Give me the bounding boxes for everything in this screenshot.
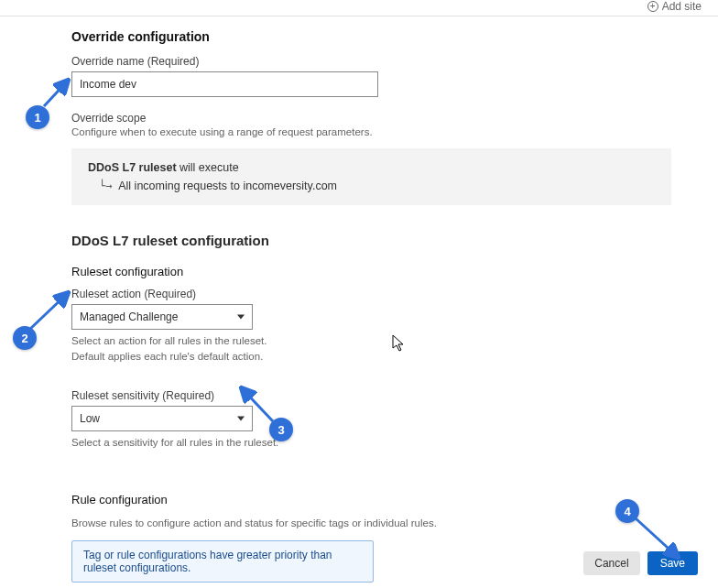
priority-info-banner: Tag or rule configurations have greater … [71, 540, 374, 583]
execution-ruleset-suffix: will execute [177, 161, 239, 174]
ruleset-action-help1: Select an action for all rules in the ru… [71, 333, 685, 349]
ruleset-action-label: Ruleset action (Required) [71, 288, 685, 300]
svg-line-3 [636, 518, 678, 557]
execution-summary-box: DDoS L7 ruleset will execute └→ All inco… [71, 148, 671, 205]
svg-line-2 [242, 388, 273, 421]
execution-requests-line: └→ All incoming requests to incomeversit… [88, 180, 655, 192]
ruleset-action-value: Managed Challenge [80, 310, 178, 323]
execution-requests-text: All incoming requests to incomeversity.c… [118, 180, 337, 192]
annotation-arrow-2 [26, 289, 73, 333]
execution-ruleset-name: DDoS L7 ruleset [88, 161, 177, 174]
add-site-label: Add site [662, 0, 702, 13]
override-name-input[interactable] [71, 71, 378, 97]
override-scope-label: Override scope [71, 112, 685, 125]
add-site-link[interactable]: + Add site [647, 0, 702, 13]
execution-ruleset-line: DDoS L7 ruleset will execute [88, 161, 655, 174]
ruleset-sensitivity-label: Ruleset sensitivity (Required) [71, 389, 685, 402]
ruleset-sensitivity-value: Low [80, 412, 100, 425]
ruleset-action-help2: Default applies each rule's default acti… [71, 349, 685, 365]
caret-down-icon [237, 315, 245, 320]
rule-config-help: Browse rules to configure action and sta… [71, 516, 685, 531]
ruleset-sensitivity-help: Select a sensitivity for all rules in th… [71, 435, 685, 451]
override-name-label: Override name (Required) [71, 55, 685, 68]
ruleset-config-heading: Ruleset configuration [71, 265, 685, 278]
ruleset-action-select[interactable]: Managed Challenge [71, 304, 253, 330]
ruleset-config-title: DDoS L7 ruleset configuration [71, 233, 685, 248]
plus-circle-icon: + [647, 1, 658, 12]
annotation-arrow-1 [38, 75, 75, 112]
sub-arrow-icon: └→ [99, 180, 112, 192]
override-section-title: Override configuration [71, 29, 685, 44]
annotation-arrow-4 [632, 515, 687, 564]
rule-config-heading: Rule configuration [71, 493, 685, 506]
override-scope-help: Configure when to execute using a range … [71, 126, 685, 137]
ruleset-sensitivity-select[interactable]: Low [71, 406, 253, 431]
svg-line-1 [29, 293, 68, 330]
svg-line-0 [44, 81, 68, 106]
top-divider [0, 0, 718, 16]
annotation-arrow-3 [236, 385, 278, 425]
